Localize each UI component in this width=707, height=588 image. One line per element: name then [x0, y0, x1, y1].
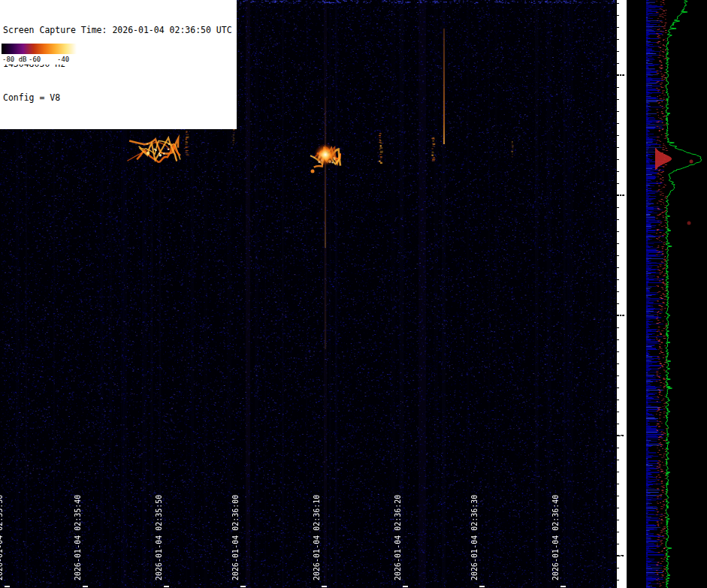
colorbar-labels: -80 dB -60 -40 [2, 54, 77, 65]
freq-tick-label: 143050000 [617, 289, 628, 342]
live-spectrum-panel-canvas [646, 0, 707, 588]
freq-tick-label: 143050200 [617, 169, 628, 222]
capture-time-line: Screen Capture Time: 2026-01-04 02:36:50… [3, 25, 232, 36]
freq-axis-unit: Hz [617, 573, 628, 585]
freq-tick-label: 143049800 [617, 409, 628, 462]
freq-tick-label: 143050400 [617, 49, 628, 101]
colorbar-tick-high: -40 [57, 54, 69, 65]
spectrogram-app: Screen Capture Time: 2026-01-04 02:36:50… [0, 0, 707, 588]
frequency-axis-labels: 1430504001430502001430500001430498001430… [627, 0, 646, 588]
colorbar-tick-mid: -60 [29, 54, 41, 65]
colorbar-tick-low: -80 dB [2, 54, 27, 65]
colorbar-gradient [2, 44, 77, 54]
capture-info-box: Screen Capture Time: 2026-01-04 02:36:50… [0, 0, 237, 129]
config-line: Config = V8 [3, 92, 232, 104]
color-scale-legend: -80 dB -60 -40 [2, 44, 77, 65]
